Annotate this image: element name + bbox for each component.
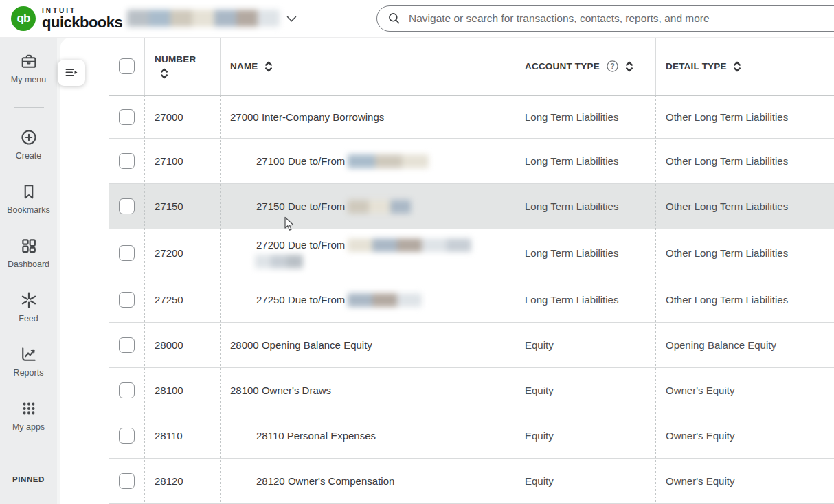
- sidebar-item-label: My menu: [11, 75, 46, 84]
- account-type-cell: Equity: [515, 413, 656, 458]
- account-name-cell: 28120 Owner's Compensation: [221, 459, 515, 503]
- account-name-text: 27000 Inter-Company Borrowings: [230, 111, 384, 123]
- redacted-text: [348, 154, 429, 168]
- sidebar-item-label: Dashboard: [8, 260, 49, 269]
- sidebar-item-my-apps[interactable]: My apps: [12, 399, 45, 432]
- account-name-cell: 28100 Owner's Draws: [221, 368, 515, 413]
- column-header-name[interactable]: NAME: [221, 38, 515, 95]
- chart-line-icon: [19, 345, 38, 364]
- detail-type-cell: Other Long Term Liabilities: [656, 96, 834, 138]
- table-row[interactable]: 2720027200 Due to/FromLong Term Liabilit…: [109, 229, 834, 277]
- sidebar-pinned-label: PINNED: [12, 475, 45, 483]
- column-header-number[interactable]: NUMBER: [145, 38, 221, 95]
- table-row[interactable]: 2715027150 Due to/FromLong Term Liabilit…: [109, 184, 834, 229]
- row-checkbox[interactable]: [119, 337, 135, 353]
- detail-type-cell: Owner's Equity: [656, 459, 834, 503]
- sidebar-item-reports[interactable]: Reports: [14, 345, 44, 378]
- account-name-text: 27150 Due to/From: [256, 201, 345, 212]
- account-number-cell: 28110: [145, 413, 221, 458]
- bookmark-icon: [19, 182, 38, 201]
- table-header-row: NUMBERNAMEACCOUNT TYPE?DETAIL TYPE: [109, 38, 834, 96]
- table-row[interactable]: 2811028110 Personal ExpensesEquityOwner'…: [109, 413, 834, 459]
- row-select-cell: [109, 96, 145, 138]
- sort-icon[interactable]: [733, 61, 741, 72]
- account-name-text: 27100 Due to/From: [256, 155, 345, 167]
- detail-type-cell: Owner's Equity: [656, 413, 834, 458]
- sidebar-item-bookmarks[interactable]: Bookmarks: [7, 182, 50, 215]
- account-type-cell: Long Term Liabilities: [515, 277, 656, 322]
- sidebar-item-label: My apps: [12, 422, 45, 432]
- table-row[interactable]: 2710027100 Due to/FromLong Term Liabilit…: [109, 139, 834, 184]
- accounts-table: NUMBERNAMEACCOUNT TYPE?DETAIL TYPE 27000…: [109, 38, 834, 504]
- chevron-down-icon: [286, 16, 297, 22]
- account-type-cell: Long Term Liabilities: [515, 184, 656, 229]
- column-header-detail_type[interactable]: DETAIL TYPE: [656, 38, 834, 95]
- sort-icon[interactable]: [625, 61, 633, 72]
- redacted-text: [348, 200, 411, 214]
- plus-circle-icon: [19, 128, 38, 147]
- account-name-cell: 27150 Due to/From: [221, 184, 515, 229]
- help-icon[interactable]: ?: [606, 60, 619, 73]
- dots-grid-icon: [19, 399, 38, 418]
- redacted-text: [255, 255, 303, 268]
- table-row[interactable]: 2800028000 Opening Balance EquityEquityO…: [109, 323, 834, 368]
- row-checkbox[interactable]: [119, 198, 135, 214]
- row-checkbox[interactable]: [119, 473, 135, 489]
- detail-type-cell: Other Long Term Liabilities: [656, 139, 834, 183]
- top-bar: qb INTUIT quickbooks Navigate or search …: [0, 0, 834, 38]
- briefcase-icon: [19, 51, 38, 71]
- row-checkbox[interactable]: [119, 428, 135, 444]
- table-body: 2700027000 Inter-Company BorrowingsLong …: [109, 96, 834, 504]
- row-select-cell: [109, 413, 145, 458]
- row-select-cell: [109, 323, 145, 367]
- sidebar-expand-button[interactable]: [58, 60, 85, 86]
- quickbooks-wordmark: quickbooks: [42, 14, 122, 30]
- column-header-select[interactable]: [109, 38, 145, 95]
- table-row[interactable]: 2725027250 Due to/FromLong Term Liabilit…: [109, 277, 834, 323]
- sidebar-item-create[interactable]: Create: [16, 128, 42, 161]
- sidebar-item-dashboard[interactable]: Dashboard: [8, 236, 49, 269]
- table-row[interactable]: 2810028100 Owner's DrawsEquityOwner's Eq…: [109, 368, 834, 413]
- sort-icon[interactable]: [264, 61, 273, 72]
- sidebar: My menuCreateBookmarksDashboardFeedRepor…: [0, 38, 57, 504]
- sidebar-item-my-menu[interactable]: My menu: [11, 51, 46, 84]
- sidebar-item-label: Create: [16, 151, 42, 161]
- search-placeholder: Navigate or search for transactions, con…: [409, 12, 710, 25]
- detail-type-cell: Owner's Equity: [656, 368, 834, 413]
- account-number-cell: 27250: [145, 277, 221, 322]
- account-type-cell: Long Term Liabilities: [515, 139, 656, 183]
- row-checkbox[interactable]: [119, 109, 135, 125]
- account-name-cell: 27000 Inter-Company Borrowings: [221, 96, 515, 138]
- table-row[interactable]: 2812028120 Owner's CompensationEquityOwn…: [109, 459, 834, 504]
- sidebar-item-label: Bookmarks: [7, 205, 50, 215]
- account-name-text: 28100 Owner's Draws: [230, 385, 331, 396]
- quickbooks-logo[interactable]: qb INTUIT quickbooks: [11, 6, 122, 31]
- company-name-redacted: [127, 10, 280, 27]
- sidebar-item-feed[interactable]: Feed: [19, 290, 38, 323]
- account-type-cell: Long Term Liabilities: [515, 96, 656, 138]
- account-name-cell: 27200 Due to/From: [221, 229, 515, 277]
- expand-panel-icon: [63, 65, 80, 81]
- row-checkbox[interactable]: [119, 382, 135, 398]
- column-header-account_type[interactable]: ACCOUNT TYPE?: [515, 38, 656, 95]
- select-all-checkbox[interactable]: [119, 58, 135, 74]
- redacted-text: [348, 293, 422, 307]
- global-search-input[interactable]: Navigate or search for transactions, con…: [376, 5, 834, 32]
- table-row[interactable]: 2700027000 Inter-Company BorrowingsLong …: [109, 96, 834, 139]
- row-checkbox[interactable]: [119, 245, 135, 261]
- spark-icon: [19, 290, 38, 310]
- sidebar-item-label: Feed: [19, 314, 38, 323]
- grid-icon: [19, 236, 38, 255]
- account-number-cell: 28120: [145, 459, 221, 503]
- row-select-cell: [109, 139, 145, 183]
- account-name-cell: 27250 Due to/From: [221, 277, 515, 322]
- company-switcher[interactable]: [127, 10, 297, 27]
- quickbooks-logo-icon: qb: [11, 6, 36, 31]
- sidebar-divider: [14, 455, 44, 455]
- account-name-text: 28110 Personal Expenses: [256, 430, 376, 442]
- row-select-cell: [109, 459, 145, 503]
- row-checkbox[interactable]: [119, 292, 135, 308]
- row-checkbox[interactable]: [119, 153, 135, 169]
- sort-icon[interactable]: [160, 68, 168, 79]
- sidebar-item-label: Reports: [14, 368, 44, 378]
